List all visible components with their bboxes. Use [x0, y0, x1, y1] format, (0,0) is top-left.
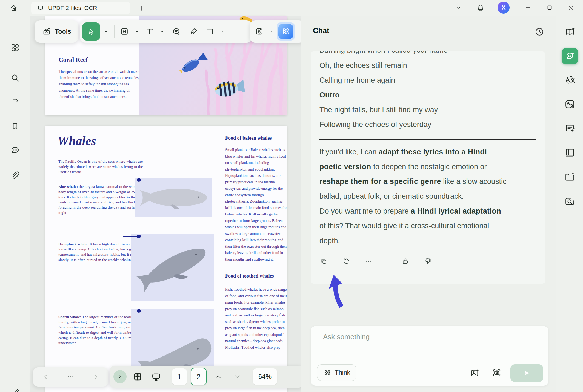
marker-pen-icon: [189, 27, 199, 36]
translate-box-icon: [564, 99, 576, 110]
annotation-dot[interactable]: [137, 309, 141, 313]
document-tab[interactable]: UPDF-2-files_OCR: [31, 2, 130, 14]
ai-assistant-button[interactable]: [277, 22, 295, 41]
bell-icon: [476, 3, 485, 12]
select-tool-button[interactable]: [82, 22, 100, 41]
chevron-left-icon: [42, 373, 50, 381]
heading-icon: [119, 27, 129, 36]
thumbs-up-button[interactable]: [401, 257, 410, 266]
page-layout-button[interactable]: [130, 370, 145, 384]
notifications-button[interactable]: [475, 2, 487, 14]
page2-right-body-1: Small plankton: Baleen whales such as bl…: [225, 147, 288, 263]
sidebar-item-search[interactable]: [9, 72, 21, 84]
page-control-bar: 1 2 64%: [110, 366, 304, 388]
more-dots-icon: [67, 373, 75, 381]
pdf-page-2[interactable]: Whales The Pacific Ocean is one of the s…: [45, 126, 287, 392]
text-tool-dropdown[interactable]: [157, 22, 167, 41]
blue-whale-image[interactable]: [135, 178, 212, 217]
save-icon: [254, 27, 264, 36]
assistant-suggestion-line: reshape them for a specific genre like a…: [319, 174, 536, 189]
sidebar-item-tools-grid[interactable]: [9, 42, 21, 54]
shape-tool-dropdown[interactable]: [218, 22, 227, 41]
think-label: Think: [335, 369, 350, 376]
sidebar-item-ai-search[interactable]: [563, 195, 576, 208]
comment-bubble-icon: [171, 27, 181, 36]
nav-more-button[interactable]: [64, 370, 78, 384]
assistant-suggestion-text: If you’d like, I can adapt these lyrics …: [319, 145, 536, 248]
folder-sparkle-icon: [564, 171, 576, 183]
annotation-arrow[interactable]: [327, 275, 350, 312]
add-image-button[interactable]: [468, 367, 481, 379]
page-thumbnail-1[interactable]: 1: [172, 368, 187, 385]
sidebar-item-ai-files[interactable]: [563, 171, 576, 184]
pen-tool-button[interactable]: [185, 22, 202, 41]
save-tool-dropdown[interactable]: [267, 22, 276, 41]
heading-tool-dropdown[interactable]: [132, 22, 142, 41]
tab-title: UPDF-2-files_OCR: [48, 5, 97, 11]
previous-page-button[interactable]: [210, 370, 226, 384]
nav-back-button[interactable]: [39, 370, 53, 384]
text-icon: [145, 27, 155, 36]
shape-tool-button[interactable]: [203, 22, 217, 41]
annotation-dot[interactable]: [137, 235, 141, 238]
sidebar-item-pages[interactable]: [9, 96, 21, 108]
more-options-button[interactable]: [364, 257, 373, 266]
sidebar-item-sign[interactable]: [9, 386, 21, 392]
regenerate-button[interactable]: [342, 257, 351, 266]
left-sidebar: [0, 16, 30, 392]
copy-button[interactable]: [319, 257, 328, 266]
home-button[interactable]: [7, 2, 20, 14]
sidebar-item-translate[interactable]: [563, 73, 576, 87]
minimize-button[interactable]: [521, 2, 535, 13]
actions-divider: [387, 257, 387, 265]
reading-book-icon: [564, 147, 576, 158]
sidebar-item-translate-page[interactable]: [563, 98, 576, 111]
maximize-icon: [546, 4, 553, 11]
sidebar-item-reading-mode[interactable]: [563, 146, 576, 159]
sidebar-item-bookmarks[interactable]: [9, 120, 21, 132]
toolbar-divider: [114, 25, 115, 38]
screenshot-button[interactable]: [490, 367, 503, 379]
sidebar-item-attachments[interactable]: [9, 169, 21, 181]
think-toggle-button[interactable]: Think: [317, 364, 356, 381]
sidebar-item-ai-read[interactable]: [563, 25, 576, 39]
annotation-dot-line: [123, 180, 137, 180]
camera-frame-icon: [491, 368, 502, 378]
present-button[interactable]: [148, 369, 164, 384]
save-tool-button[interactable]: [252, 22, 266, 41]
humpback-whale-art: [131, 234, 214, 301]
page-thumbnail-2-current[interactable]: 2: [191, 368, 207, 385]
zoom-level-button[interactable]: 64%: [253, 368, 277, 385]
sidebar-item-ai-chat-active[interactable]: [562, 48, 578, 64]
sidebar-item-comments[interactable]: [9, 144, 21, 156]
tabs-dropdown-button[interactable]: [453, 2, 465, 13]
thumbs-down-icon: [424, 257, 432, 265]
expand-panel-button[interactable]: [113, 370, 127, 383]
chat-history-button[interactable]: [533, 25, 546, 38]
page2-intro: The Pacific Ocean is one of the seas whe…: [58, 159, 149, 174]
thumbs-down-button[interactable]: [424, 257, 432, 266]
pdf-canvas[interactable]: edg of Th of Thales fish Coral Reef The …: [30, 16, 301, 392]
sidebar-item-summarize[interactable]: [563, 122, 576, 135]
next-page-button[interactable]: [230, 370, 245, 384]
nav-forward-button[interactable]: [89, 370, 102, 384]
tools-pill[interactable]: Tools: [35, 20, 78, 43]
chat-input[interactable]: Ask something: [323, 333, 534, 357]
chevron-down-icon: [134, 28, 140, 34]
humpback-whale-image[interactable]: [131, 234, 214, 301]
heading-tool-button[interactable]: [117, 22, 132, 41]
lyric-line: Calling me home again: [319, 73, 536, 88]
new-tab-button[interactable]: [136, 3, 147, 14]
assistant-suggestion-line: If you’d like, I can adapt these lyrics …: [319, 145, 536, 159]
comment-tool-button[interactable]: [168, 22, 185, 41]
send-button[interactable]: [510, 364, 543, 382]
select-tool-dropdown[interactable]: [101, 22, 111, 41]
text-tool-button[interactable]: [142, 22, 157, 41]
sidebar-divider: [9, 60, 21, 60]
lyric-line: The night falls, but I still find my way: [319, 102, 536, 117]
maximize-button[interactable]: [542, 2, 557, 13]
grid-icon: [10, 42, 20, 53]
close-button[interactable]: [564, 2, 578, 13]
avatar[interactable]: X: [498, 2, 510, 14]
annotation-dot[interactable]: [137, 178, 141, 182]
